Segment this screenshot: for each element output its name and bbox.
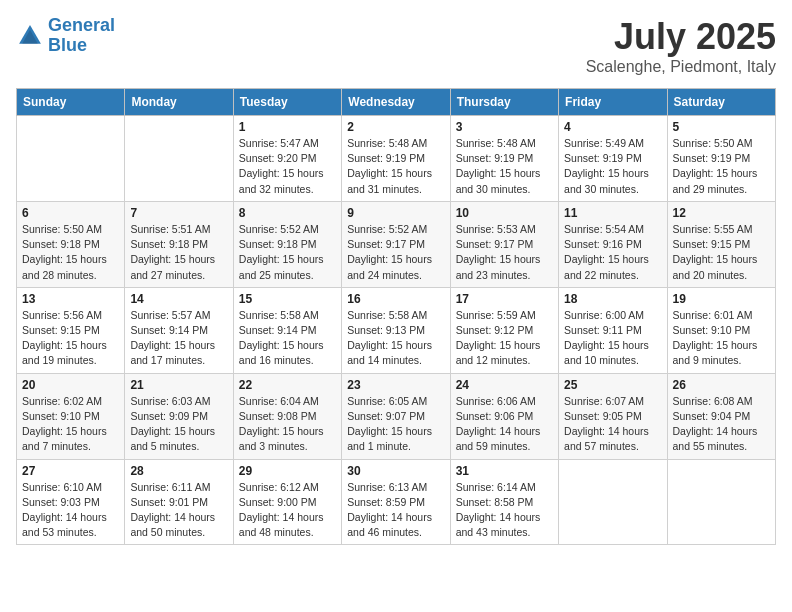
calendar-cell bbox=[17, 116, 125, 202]
calendar-cell bbox=[559, 459, 667, 545]
calendar-cell bbox=[125, 116, 233, 202]
logo: General Blue bbox=[16, 16, 115, 56]
calendar-cell: 25Sunrise: 6:07 AMSunset: 9:05 PMDayligh… bbox=[559, 373, 667, 459]
day-number: 1 bbox=[239, 120, 336, 134]
calendar-cell: 12Sunrise: 5:55 AMSunset: 9:15 PMDayligh… bbox=[667, 201, 775, 287]
week-row-3: 13Sunrise: 5:56 AMSunset: 9:15 PMDayligh… bbox=[17, 287, 776, 373]
weekday-header-tuesday: Tuesday bbox=[233, 89, 341, 116]
calendar-cell: 14Sunrise: 5:57 AMSunset: 9:14 PMDayligh… bbox=[125, 287, 233, 373]
day-number: 19 bbox=[673, 292, 770, 306]
calendar-cell: 19Sunrise: 6:01 AMSunset: 9:10 PMDayligh… bbox=[667, 287, 775, 373]
calendar-cell: 15Sunrise: 5:58 AMSunset: 9:14 PMDayligh… bbox=[233, 287, 341, 373]
month-year: July 2025 bbox=[586, 16, 776, 58]
calendar-cell: 3Sunrise: 5:48 AMSunset: 9:19 PMDaylight… bbox=[450, 116, 558, 202]
week-row-2: 6Sunrise: 5:50 AMSunset: 9:18 PMDaylight… bbox=[17, 201, 776, 287]
day-number: 11 bbox=[564, 206, 661, 220]
day-info: Sunrise: 6:11 AMSunset: 9:01 PMDaylight:… bbox=[130, 480, 227, 541]
day-info: Sunrise: 5:49 AMSunset: 9:19 PMDaylight:… bbox=[564, 136, 661, 197]
day-number: 27 bbox=[22, 464, 119, 478]
title-block: July 2025 Scalenghe, Piedmont, Italy bbox=[586, 16, 776, 76]
day-number: 6 bbox=[22, 206, 119, 220]
day-number: 17 bbox=[456, 292, 553, 306]
day-info: Sunrise: 5:58 AMSunset: 9:14 PMDaylight:… bbox=[239, 308, 336, 369]
day-number: 24 bbox=[456, 378, 553, 392]
day-number: 23 bbox=[347, 378, 444, 392]
day-info: Sunrise: 6:00 AMSunset: 9:11 PMDaylight:… bbox=[564, 308, 661, 369]
day-number: 31 bbox=[456, 464, 553, 478]
calendar-cell: 5Sunrise: 5:50 AMSunset: 9:19 PMDaylight… bbox=[667, 116, 775, 202]
day-info: Sunrise: 5:50 AMSunset: 9:18 PMDaylight:… bbox=[22, 222, 119, 283]
day-number: 26 bbox=[673, 378, 770, 392]
calendar-body: 1Sunrise: 5:47 AMSunset: 9:20 PMDaylight… bbox=[17, 116, 776, 545]
day-info: Sunrise: 6:12 AMSunset: 9:00 PMDaylight:… bbox=[239, 480, 336, 541]
day-info: Sunrise: 5:51 AMSunset: 9:18 PMDaylight:… bbox=[130, 222, 227, 283]
day-info: Sunrise: 6:14 AMSunset: 8:58 PMDaylight:… bbox=[456, 480, 553, 541]
weekday-header-sunday: Sunday bbox=[17, 89, 125, 116]
calendar-cell: 21Sunrise: 6:03 AMSunset: 9:09 PMDayligh… bbox=[125, 373, 233, 459]
calendar-cell: 23Sunrise: 6:05 AMSunset: 9:07 PMDayligh… bbox=[342, 373, 450, 459]
day-number: 9 bbox=[347, 206, 444, 220]
day-number: 2 bbox=[347, 120, 444, 134]
day-info: Sunrise: 6:13 AMSunset: 8:59 PMDaylight:… bbox=[347, 480, 444, 541]
day-info: Sunrise: 6:02 AMSunset: 9:10 PMDaylight:… bbox=[22, 394, 119, 455]
day-number: 3 bbox=[456, 120, 553, 134]
calendar-cell: 6Sunrise: 5:50 AMSunset: 9:18 PMDaylight… bbox=[17, 201, 125, 287]
calendar-cell: 11Sunrise: 5:54 AMSunset: 9:16 PMDayligh… bbox=[559, 201, 667, 287]
day-number: 10 bbox=[456, 206, 553, 220]
day-info: Sunrise: 6:06 AMSunset: 9:06 PMDaylight:… bbox=[456, 394, 553, 455]
day-info: Sunrise: 5:53 AMSunset: 9:17 PMDaylight:… bbox=[456, 222, 553, 283]
calendar-cell: 17Sunrise: 5:59 AMSunset: 9:12 PMDayligh… bbox=[450, 287, 558, 373]
day-number: 20 bbox=[22, 378, 119, 392]
day-number: 30 bbox=[347, 464, 444, 478]
calendar-cell: 13Sunrise: 5:56 AMSunset: 9:15 PMDayligh… bbox=[17, 287, 125, 373]
calendar-cell: 30Sunrise: 6:13 AMSunset: 8:59 PMDayligh… bbox=[342, 459, 450, 545]
weekday-header-wednesday: Wednesday bbox=[342, 89, 450, 116]
week-row-1: 1Sunrise: 5:47 AMSunset: 9:20 PMDaylight… bbox=[17, 116, 776, 202]
weekday-header-saturday: Saturday bbox=[667, 89, 775, 116]
calendar-cell: 16Sunrise: 5:58 AMSunset: 9:13 PMDayligh… bbox=[342, 287, 450, 373]
day-number: 8 bbox=[239, 206, 336, 220]
weekday-header-row: SundayMondayTuesdayWednesdayThursdayFrid… bbox=[17, 89, 776, 116]
day-number: 22 bbox=[239, 378, 336, 392]
day-number: 5 bbox=[673, 120, 770, 134]
day-info: Sunrise: 5:47 AMSunset: 9:20 PMDaylight:… bbox=[239, 136, 336, 197]
day-number: 18 bbox=[564, 292, 661, 306]
calendar-cell: 26Sunrise: 6:08 AMSunset: 9:04 PMDayligh… bbox=[667, 373, 775, 459]
day-number: 13 bbox=[22, 292, 119, 306]
day-info: Sunrise: 5:54 AMSunset: 9:16 PMDaylight:… bbox=[564, 222, 661, 283]
week-row-5: 27Sunrise: 6:10 AMSunset: 9:03 PMDayligh… bbox=[17, 459, 776, 545]
calendar-cell: 24Sunrise: 6:06 AMSunset: 9:06 PMDayligh… bbox=[450, 373, 558, 459]
weekday-header-thursday: Thursday bbox=[450, 89, 558, 116]
day-info: Sunrise: 6:01 AMSunset: 9:10 PMDaylight:… bbox=[673, 308, 770, 369]
day-info: Sunrise: 6:04 AMSunset: 9:08 PMDaylight:… bbox=[239, 394, 336, 455]
calendar-cell: 18Sunrise: 6:00 AMSunset: 9:11 PMDayligh… bbox=[559, 287, 667, 373]
day-number: 21 bbox=[130, 378, 227, 392]
day-number: 7 bbox=[130, 206, 227, 220]
day-info: Sunrise: 5:56 AMSunset: 9:15 PMDaylight:… bbox=[22, 308, 119, 369]
calendar-cell: 20Sunrise: 6:02 AMSunset: 9:10 PMDayligh… bbox=[17, 373, 125, 459]
calendar-cell: 2Sunrise: 5:48 AMSunset: 9:19 PMDaylight… bbox=[342, 116, 450, 202]
logo-text: General Blue bbox=[48, 16, 115, 56]
day-info: Sunrise: 5:59 AMSunset: 9:12 PMDaylight:… bbox=[456, 308, 553, 369]
location: Scalenghe, Piedmont, Italy bbox=[586, 58, 776, 76]
day-number: 14 bbox=[130, 292, 227, 306]
day-info: Sunrise: 5:52 AMSunset: 9:17 PMDaylight:… bbox=[347, 222, 444, 283]
calendar-cell: 7Sunrise: 5:51 AMSunset: 9:18 PMDaylight… bbox=[125, 201, 233, 287]
calendar-cell: 10Sunrise: 5:53 AMSunset: 9:17 PMDayligh… bbox=[450, 201, 558, 287]
day-number: 29 bbox=[239, 464, 336, 478]
day-info: Sunrise: 5:48 AMSunset: 9:19 PMDaylight:… bbox=[347, 136, 444, 197]
day-info: Sunrise: 5:58 AMSunset: 9:13 PMDaylight:… bbox=[347, 308, 444, 369]
day-info: Sunrise: 5:48 AMSunset: 9:19 PMDaylight:… bbox=[456, 136, 553, 197]
calendar-cell: 9Sunrise: 5:52 AMSunset: 9:17 PMDaylight… bbox=[342, 201, 450, 287]
calendar-cell: 31Sunrise: 6:14 AMSunset: 8:58 PMDayligh… bbox=[450, 459, 558, 545]
day-info: Sunrise: 6:10 AMSunset: 9:03 PMDaylight:… bbox=[22, 480, 119, 541]
calendar-cell: 28Sunrise: 6:11 AMSunset: 9:01 PMDayligh… bbox=[125, 459, 233, 545]
day-number: 16 bbox=[347, 292, 444, 306]
weekday-header-friday: Friday bbox=[559, 89, 667, 116]
calendar-table: SundayMondayTuesdayWednesdayThursdayFrid… bbox=[16, 88, 776, 545]
calendar-cell: 29Sunrise: 6:12 AMSunset: 9:00 PMDayligh… bbox=[233, 459, 341, 545]
week-row-4: 20Sunrise: 6:02 AMSunset: 9:10 PMDayligh… bbox=[17, 373, 776, 459]
weekday-header-monday: Monday bbox=[125, 89, 233, 116]
logo-icon bbox=[16, 22, 44, 50]
calendar-cell: 1Sunrise: 5:47 AMSunset: 9:20 PMDaylight… bbox=[233, 116, 341, 202]
